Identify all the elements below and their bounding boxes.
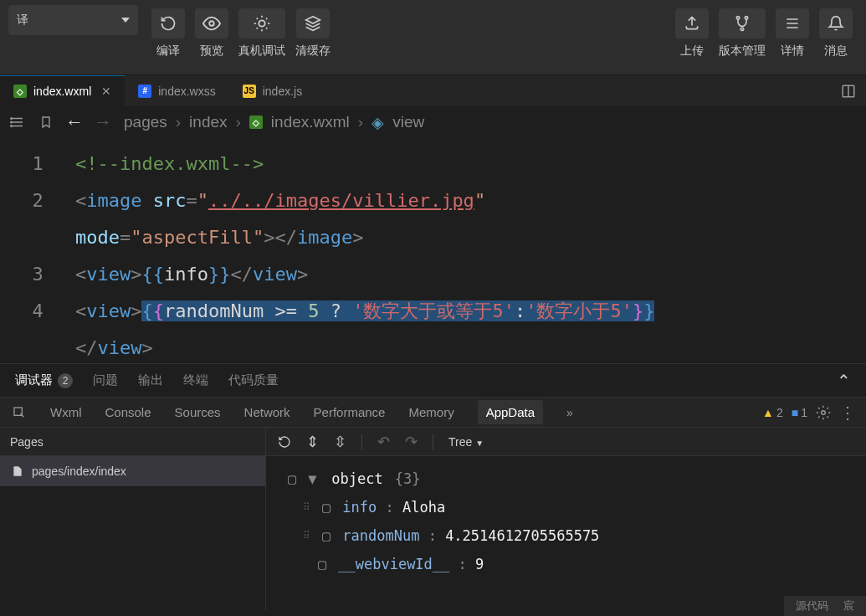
- real-device-label: 真机调试: [238, 44, 285, 59]
- wxss-file-icon: #: [138, 85, 151, 98]
- refresh-button[interactable]: [278, 435, 291, 449]
- tab-index-wxss[interactable]: # index.wxss: [125, 75, 228, 107]
- top-toolbar: 译 编译 预览 真机调试 清缓存 上传 版本管理 详情 消息: [0, 0, 866, 75]
- dt-memory[interactable]: Memory: [408, 405, 453, 419]
- status-user[interactable]: 宸: [843, 598, 854, 613]
- grip-icon: ⠿: [303, 521, 310, 550]
- tree-row-info[interactable]: ⠿ ▢ info : Aloha: [330, 493, 853, 521]
- wxml-file-icon: ◇: [13, 85, 27, 98]
- code-editor[interactable]: 1 <!--index.wxml--> 2 <image src="../../…: [0, 137, 866, 363]
- wxml-file-icon: ◇: [249, 116, 263, 129]
- clear-cache-button[interactable]: 清缓存: [290, 5, 336, 62]
- file-icon: [12, 465, 23, 478]
- line-number: 1: [0, 146, 75, 182]
- dt-network[interactable]: Network: [244, 405, 290, 419]
- collapse-arrow-icon[interactable]: ▼: [308, 465, 320, 493]
- debugger-tabs: 调试器 2 问题 输出 终端 代码质量 ⌃: [0, 364, 866, 398]
- gear-icon: [816, 405, 831, 420]
- upload-label: 上传: [680, 44, 704, 59]
- bug-icon: [253, 14, 271, 33]
- object-label: object: [331, 465, 382, 493]
- details-button[interactable]: 详情: [771, 5, 814, 62]
- undo-button[interactable]: ↶: [377, 433, 390, 451]
- more-button[interactable]: ⋮: [839, 403, 854, 423]
- collapse-button[interactable]: ⌃: [836, 373, 851, 388]
- branch-icon: [734, 15, 751, 32]
- crumb-symbol[interactable]: view: [392, 113, 424, 131]
- settings-button[interactable]: [816, 405, 831, 420]
- chevron-right-icon: ›: [176, 113, 181, 131]
- grip-icon: ⠿: [303, 493, 310, 521]
- upload-button[interactable]: 上传: [670, 5, 714, 62]
- tab-code-quality[interactable]: 代码质量: [228, 372, 279, 388]
- page-item[interactable]: pages/index/index: [0, 456, 265, 486]
- crumb-file[interactable]: index.wxml: [271, 113, 350, 131]
- tree-key: randomNum: [342, 527, 419, 544]
- refresh-icon: [278, 435, 291, 449]
- clear-cache-label: 清缓存: [295, 44, 331, 59]
- menu-icon: [784, 15, 801, 32]
- nav-back-button[interactable]: ←: [67, 115, 82, 130]
- badge-count: 2: [58, 373, 73, 388]
- code-line-2[interactable]: <image src="../../images/villier.jpg": [75, 182, 485, 219]
- split-editor-button[interactable]: [841, 84, 866, 99]
- preview-button[interactable]: 预览: [190, 5, 233, 62]
- tab-index-js[interactable]: JS index.js: [229, 75, 315, 107]
- line-number: 3: [0, 256, 75, 293]
- editor-tabs: ◇ index.wxml ✕ # index.wxss JS index.js: [0, 75, 866, 107]
- tab-index-wxml[interactable]: ◇ index.wxml ✕: [0, 75, 125, 107]
- outline-button[interactable]: [10, 115, 25, 130]
- code-line-3[interactable]: <view>{{info}}</view>: [75, 256, 308, 293]
- compile-mode-dropdown[interactable]: 译: [8, 5, 138, 35]
- tab-terminal[interactable]: 终端: [183, 372, 208, 388]
- dt-wxml[interactable]: Wxml: [50, 405, 82, 419]
- version-button[interactable]: 版本管理: [714, 5, 771, 62]
- collapse-button[interactable]: ⇳: [334, 433, 346, 451]
- tree-value: Aloha: [402, 499, 445, 516]
- box-icon: ▢: [322, 521, 331, 550]
- dt-appdata[interactable]: AppData: [478, 400, 543, 424]
- inspect-button[interactable]: [12, 405, 27, 420]
- dt-performance[interactable]: Performance: [314, 405, 386, 419]
- tab-output[interactable]: 输出: [138, 372, 163, 388]
- refresh-icon: [160, 15, 177, 32]
- appdata-body: Pages pages/index/index ⇕ ⇳ ↶ ↷ Tree ▼ ▢…: [0, 428, 866, 610]
- tree-root[interactable]: ▢ ▼ object {3}: [288, 465, 853, 493]
- crumb-index[interactable]: index: [189, 113, 227, 131]
- info-count[interactable]: ■1: [792, 406, 807, 419]
- svg-point-3: [745, 17, 747, 19]
- object-count: {3}: [395, 465, 421, 493]
- nav-forward-button[interactable]: →: [95, 115, 110, 130]
- tab-problems[interactable]: 问题: [93, 372, 118, 388]
- code-line-4b[interactable]: </view>: [75, 330, 153, 363]
- close-icon[interactable]: ✕: [101, 85, 111, 98]
- status-source[interactable]: 源代码: [796, 598, 828, 613]
- crumb-pages[interactable]: pages: [124, 113, 167, 131]
- code-line-2b[interactable]: mode="aspectFill"></image>: [75, 219, 363, 256]
- tab-debugger[interactable]: 调试器 2: [15, 372, 73, 388]
- layers-icon: [305, 15, 321, 32]
- line-number: [0, 219, 75, 256]
- breadcrumb[interactable]: pages › index › ◇ index.wxml › ◈ view: [124, 113, 424, 132]
- tree-row-webviewid[interactable]: ▢ __webviewId__ : 9: [330, 550, 853, 578]
- tree-row-randomnum[interactable]: ⠿ ▢ randomNum : 4.2514612705565575: [330, 521, 853, 550]
- breadcrumb-bar: ← → pages › index › ◇ index.wxml › ◈ vie…: [0, 107, 866, 137]
- more-tabs-button[interactable]: »: [566, 406, 573, 419]
- debugger-panel: 调试器 2 问题 输出 终端 代码质量 ⌃ Wxml Console Sourc…: [0, 363, 866, 610]
- redo-button[interactable]: ↷: [405, 433, 418, 451]
- line-number: 4: [0, 293, 75, 330]
- bookmark-button[interactable]: [38, 115, 54, 130]
- view-mode[interactable]: Tree ▼: [448, 435, 484, 449]
- real-device-button[interactable]: 真机调试: [233, 5, 290, 62]
- dt-sources[interactable]: Sources: [175, 405, 221, 419]
- warning-count[interactable]: ▲2: [762, 406, 783, 419]
- dt-console[interactable]: Console: [105, 405, 151, 419]
- message-button[interactable]: 消息: [814, 5, 858, 62]
- svg-point-7: [11, 121, 13, 123]
- code-line-4[interactable]: <view>{{randomNum >= 5 ? '数字大于或等于5':'数字小…: [75, 293, 654, 330]
- compile-button[interactable]: 编译: [146, 5, 190, 62]
- chevron-right-icon: ›: [358, 113, 363, 131]
- code-line-1[interactable]: <!--index.wxml-->: [75, 146, 264, 182]
- tree-key: info: [342, 499, 377, 516]
- expand-button[interactable]: ⇕: [306, 433, 319, 451]
